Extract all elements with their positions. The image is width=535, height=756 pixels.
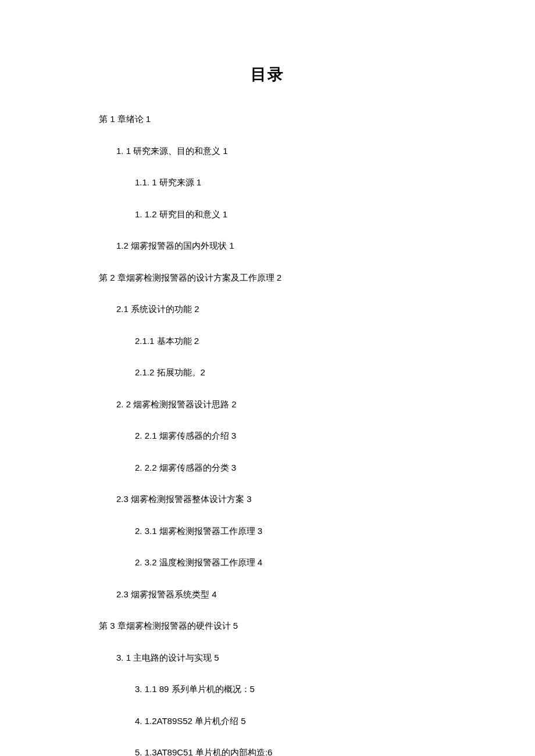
toc-entry: 2. 3.1 烟雾检测报警器工作原理 3 <box>135 525 436 538</box>
toc-entry: 2. 3.2 温度检测报警器工作原理 4 <box>135 556 436 569</box>
toc-entry: 2.1.2 拓展功能。2 <box>135 366 436 379</box>
toc-entry: 2. 2.2 烟雾传感器的分类 3 <box>135 461 436 475</box>
toc-entry: 第 2 章烟雾检测报警器的设计方案及工作原理 2 <box>99 271 436 285</box>
toc-entry: 第 1 章绪论 1 <box>99 113 436 126</box>
toc-entry: 2.1 系统设计的功能 2 <box>116 303 436 316</box>
toc-entry: 2.3 烟雾报警器系统类型 4 <box>116 588 436 601</box>
toc-entry: 2.1.1 基本功能 2 <box>135 335 436 348</box>
toc-entry: 1.1. 1 研究来源 1 <box>135 176 436 189</box>
toc-entry: 第 3 章烟雾检测报警器的硬件设计 5 <box>99 619 436 633</box>
toc-entry: 1. 1.2 研究目的和意义 1 <box>135 208 436 221</box>
toc-entry: 1.2 烟雾报警器的国内外现状 1 <box>116 239 436 253</box>
toc-entry: 2. 2.1 烟雾传感器的介绍 3 <box>135 429 436 443</box>
toc-entry: 2.3 烟雾检测报警器整体设计方案 3 <box>116 493 436 506</box>
toc-entry: 2. 2 烟雾检测报警器设计思路 2 <box>116 398 436 411</box>
toc-entry: 3. 1 主电路的设计与实现 5 <box>116 651 436 665</box>
document-title: 目录 <box>99 64 436 85</box>
table-of-contents: 第 1 章绪论 1 1. 1 研究来源、目的和意义 1 1.1. 1 研究来源 … <box>99 113 436 756</box>
toc-entry: 5. 1.3AT89C51 单片机的内部构造:6 <box>135 746 436 756</box>
toc-entry: 4. 1.2AT89S52 单片机介绍 5 <box>135 715 436 728</box>
toc-entry: 1. 1 研究来源、目的和意义 1 <box>116 145 436 158</box>
toc-entry: 3. 1.1 89 系列单片机的概况：5 <box>135 683 436 696</box>
